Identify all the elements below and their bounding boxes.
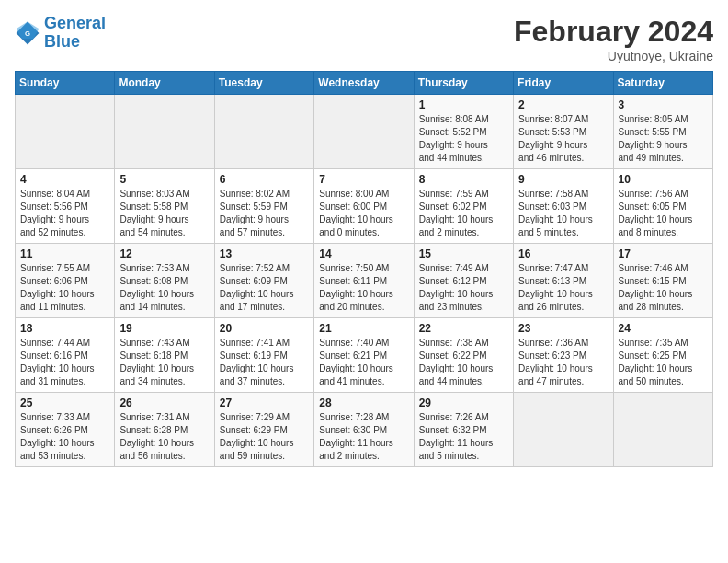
location-subtitle: Uyutnoye, Ukraine [514,49,713,63]
day-cell: 14Sunrise: 7:50 AM Sunset: 6:11 PM Dayli… [314,244,414,318]
day-cell: 22Sunrise: 7:38 AM Sunset: 6:22 PM Dayli… [414,318,513,393]
day-info: Sunrise: 7:47 AM Sunset: 6:13 PM Dayligh… [518,262,608,314]
day-info: Sunrise: 7:49 AM Sunset: 6:12 PM Dayligh… [419,262,508,314]
logo-icon: G [15,20,40,46]
day-cell: 15Sunrise: 7:49 AM Sunset: 6:12 PM Dayli… [414,244,513,318]
day-cell: 26Sunrise: 7:31 AM Sunset: 6:28 PM Dayli… [115,393,214,467]
header-row: SundayMondayTuesdayWednesdayThursdayFrid… [16,72,713,95]
day-cell: 24Sunrise: 7:35 AM Sunset: 6:25 PM Dayli… [613,318,712,393]
day-cell: 23Sunrise: 7:36 AM Sunset: 6:23 PM Dayli… [514,318,613,393]
calendar-table: SundayMondayTuesdayWednesdayThursdayFrid… [15,71,713,467]
day-info: Sunrise: 7:36 AM Sunset: 6:23 PM Dayligh… [518,337,608,388]
day-cell: 11Sunrise: 7:55 AM Sunset: 6:06 PM Dayli… [16,244,115,318]
day-cell: 18Sunrise: 7:44 AM Sunset: 6:16 PM Dayli… [16,318,115,393]
day-cell: 3Sunrise: 8:05 AM Sunset: 5:55 PM Daylig… [613,95,712,169]
day-cell: 12Sunrise: 7:53 AM Sunset: 6:08 PM Dayli… [115,244,214,318]
day-info: Sunrise: 7:53 AM Sunset: 6:08 PM Dayligh… [119,262,209,314]
col-header-sunday: Sunday [16,72,115,95]
day-cell [314,95,414,169]
day-number: 21 [319,322,408,335]
day-cell: 20Sunrise: 7:41 AM Sunset: 6:19 PM Dayli… [214,318,313,393]
logo-text: General Blue [44,15,106,52]
day-number: 3 [619,98,708,111]
day-cell: 10Sunrise: 7:56 AM Sunset: 6:05 PM Dayli… [613,169,712,244]
week-row-1: 1Sunrise: 8:08 AM Sunset: 5:52 PM Daylig… [16,95,713,169]
day-info: Sunrise: 7:41 AM Sunset: 6:19 PM Dayligh… [220,337,309,388]
day-cell: 6Sunrise: 8:02 AM Sunset: 5:59 PM Daylig… [214,169,313,244]
col-header-monday: Monday [115,72,214,95]
day-cell: 27Sunrise: 7:29 AM Sunset: 6:29 PM Dayli… [214,393,313,467]
logo: G General Blue [15,15,106,52]
day-cell: 4Sunrise: 8:04 AM Sunset: 5:56 PM Daylig… [16,169,115,244]
day-info: Sunrise: 7:26 AM Sunset: 6:32 PM Dayligh… [419,411,508,463]
day-cell: 1Sunrise: 8:08 AM Sunset: 5:52 PM Daylig… [414,95,513,169]
day-info: Sunrise: 7:46 AM Sunset: 6:15 PM Dayligh… [619,262,708,314]
day-cell: 2Sunrise: 8:07 AM Sunset: 5:53 PM Daylig… [514,95,613,169]
week-row-2: 4Sunrise: 8:04 AM Sunset: 5:56 PM Daylig… [16,169,713,244]
col-header-friday: Friday [514,72,613,95]
day-info: Sunrise: 7:29 AM Sunset: 6:29 PM Dayligh… [220,411,309,463]
day-cell: 8Sunrise: 7:59 AM Sunset: 6:02 PM Daylig… [414,169,513,244]
day-info: Sunrise: 7:33 AM Sunset: 6:26 PM Dayligh… [20,411,109,463]
week-row-4: 18Sunrise: 7:44 AM Sunset: 6:16 PM Dayli… [16,318,713,393]
day-number: 27 [220,396,309,409]
day-info: Sunrise: 7:38 AM Sunset: 6:22 PM Dayligh… [419,337,508,388]
day-info: Sunrise: 7:31 AM Sunset: 6:28 PM Dayligh… [119,411,209,463]
day-number: 22 [419,322,508,335]
day-info: Sunrise: 7:52 AM Sunset: 6:09 PM Dayligh… [220,262,309,314]
day-number: 10 [619,173,708,186]
day-number: 2 [518,98,608,111]
day-cell: 29Sunrise: 7:26 AM Sunset: 6:32 PM Dayli… [414,393,513,467]
day-number: 8 [419,173,508,186]
day-cell: 7Sunrise: 8:00 AM Sunset: 6:00 PM Daylig… [314,169,414,244]
day-number: 6 [220,173,309,186]
day-info: Sunrise: 7:56 AM Sunset: 6:05 PM Dayligh… [619,188,708,239]
day-number: 7 [319,173,408,186]
day-cell: 21Sunrise: 7:40 AM Sunset: 6:21 PM Dayli… [314,318,414,393]
day-number: 24 [619,322,708,335]
day-info: Sunrise: 7:44 AM Sunset: 6:16 PM Dayligh… [20,337,109,388]
day-info: Sunrise: 7:40 AM Sunset: 6:21 PM Dayligh… [319,337,408,388]
day-number: 29 [419,396,508,409]
day-number: 4 [20,173,109,186]
col-header-wednesday: Wednesday [314,72,414,95]
day-number: 12 [119,247,209,260]
day-number: 13 [220,247,309,260]
day-number: 23 [518,322,608,335]
day-cell [214,95,313,169]
day-cell: 19Sunrise: 7:43 AM Sunset: 6:18 PM Dayli… [115,318,214,393]
day-info: Sunrise: 7:58 AM Sunset: 6:03 PM Dayligh… [518,188,608,239]
day-info: Sunrise: 8:00 AM Sunset: 6:00 PM Dayligh… [319,188,408,239]
day-number: 11 [20,247,109,260]
day-number: 26 [119,396,209,409]
svg-text:G: G [25,29,30,38]
day-number: 28 [319,396,408,409]
day-info: Sunrise: 8:05 AM Sunset: 5:55 PM Dayligh… [619,113,708,165]
day-info: Sunrise: 8:07 AM Sunset: 5:53 PM Dayligh… [518,113,608,165]
day-info: Sunrise: 7:55 AM Sunset: 6:06 PM Dayligh… [20,262,109,314]
day-number: 17 [619,247,708,260]
day-info: Sunrise: 8:08 AM Sunset: 5:52 PM Dayligh… [419,113,508,165]
day-number: 18 [20,322,109,335]
day-cell: 5Sunrise: 8:03 AM Sunset: 5:58 PM Daylig… [115,169,214,244]
day-info: Sunrise: 8:03 AM Sunset: 5:58 PM Dayligh… [119,188,209,239]
day-number: 9 [518,173,608,186]
day-cell [16,95,115,169]
day-cell: 25Sunrise: 7:33 AM Sunset: 6:26 PM Dayli… [16,393,115,467]
day-info: Sunrise: 7:59 AM Sunset: 6:02 PM Dayligh… [419,188,508,239]
day-info: Sunrise: 7:43 AM Sunset: 6:18 PM Dayligh… [119,337,209,388]
month-title: February 2024 [514,15,713,49]
day-number: 14 [319,247,408,260]
day-number: 15 [419,247,508,260]
day-cell: 28Sunrise: 7:28 AM Sunset: 6:30 PM Dayli… [314,393,414,467]
day-cell: 9Sunrise: 7:58 AM Sunset: 6:03 PM Daylig… [514,169,613,244]
day-cell [115,95,214,169]
day-number: 25 [20,396,109,409]
day-cell [613,393,712,467]
page-header: G General Blue February 2024 Uyutnoye, U… [15,15,713,63]
day-number: 1 [419,98,508,111]
week-row-5: 25Sunrise: 7:33 AM Sunset: 6:26 PM Dayli… [16,393,713,467]
day-info: Sunrise: 8:02 AM Sunset: 5:59 PM Dayligh… [220,188,309,239]
day-info: Sunrise: 8:04 AM Sunset: 5:56 PM Dayligh… [20,188,109,239]
col-header-thursday: Thursday [414,72,513,95]
